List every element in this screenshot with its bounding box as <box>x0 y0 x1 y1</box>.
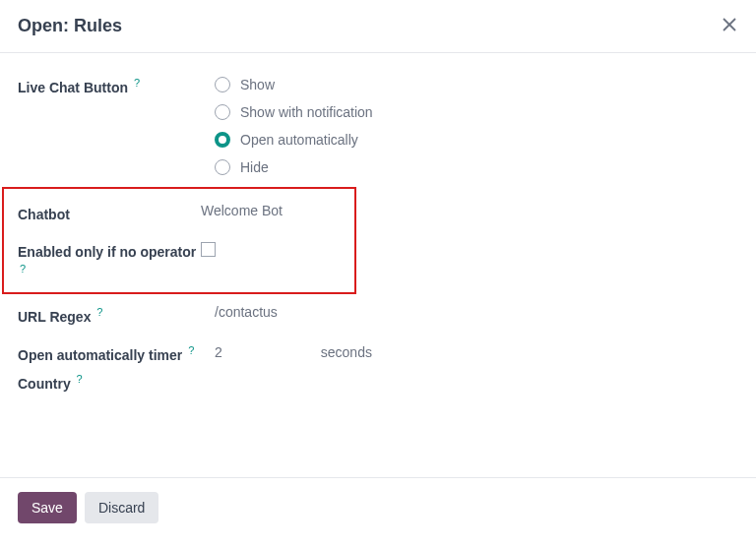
help-icon[interactable]: ? <box>77 373 83 385</box>
close-icon <box>721 16 738 36</box>
help-icon[interactable]: ? <box>96 306 102 318</box>
title-prefix: Open: <box>18 16 69 35</box>
radio-label: Open automatically <box>240 132 358 148</box>
url-regex-value[interactable]: /contactus <box>215 302 278 320</box>
close-button[interactable] <box>721 16 738 36</box>
radio-hide[interactable]: Hide <box>215 159 738 175</box>
radio-show[interactable]: Show <box>215 77 738 92</box>
open-auto-timer-label: Open automatically timer <box>18 347 182 363</box>
help-icon[interactable]: ? <box>188 344 194 356</box>
radio-label: Show <box>240 77 275 92</box>
chatbot-label: Chatbot <box>18 207 70 222</box>
radio-label: Hide <box>240 159 269 175</box>
save-button[interactable]: Save <box>18 492 77 523</box>
help-icon[interactable]: ? <box>134 77 140 89</box>
country-label: Country <box>18 376 71 392</box>
radio-label: Show with notification <box>240 104 373 120</box>
radio-show-notification[interactable]: Show with notification <box>215 104 738 120</box>
radio-open-automatically[interactable]: Open automatically <box>215 132 738 148</box>
open-auto-timer-unit: seconds <box>321 342 372 360</box>
chatbot-highlight-box: Chatbot Welcome Bot Enabled only if no o… <box>2 187 356 294</box>
enabled-only-no-operator-checkbox[interactable] <box>201 242 216 257</box>
help-icon[interactable]: ? <box>20 263 26 274</box>
enabled-only-no-operator-label: Enabled only if no operator <box>18 244 196 260</box>
chatbot-value[interactable]: Welcome Bot <box>201 201 283 218</box>
radio-icon-selected <box>215 132 230 148</box>
title-text: Rules <box>74 16 122 35</box>
radio-icon <box>215 104 230 120</box>
live-chat-button-label: Live Chat Button <box>18 80 128 95</box>
discard-button[interactable]: Discard <box>85 492 158 523</box>
open-auto-timer-value[interactable]: 2 <box>215 342 222 360</box>
url-regex-label: URL Regex <box>18 309 91 325</box>
radio-icon <box>215 159 230 175</box>
dialog-title: Open: Rules <box>18 16 122 36</box>
live-chat-button-radio-group: Show Show with notification Open automat… <box>215 75 738 175</box>
radio-icon <box>215 77 230 92</box>
